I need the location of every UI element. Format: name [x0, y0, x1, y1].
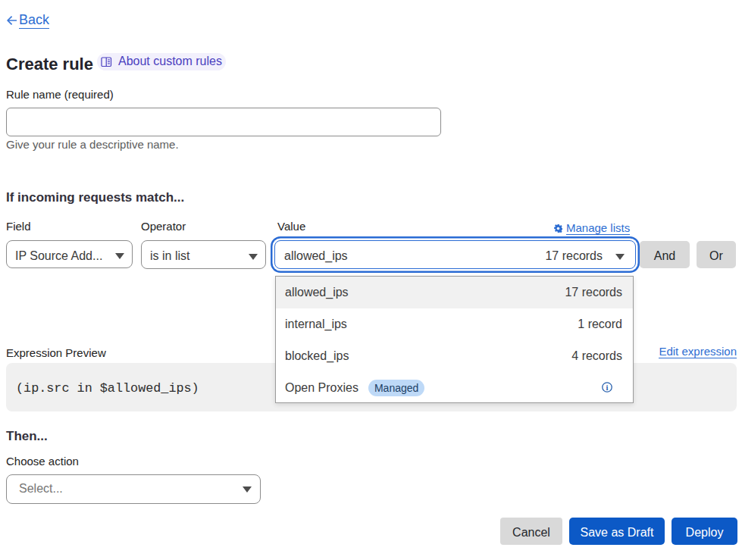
- svg-text:i: i: [606, 383, 609, 392]
